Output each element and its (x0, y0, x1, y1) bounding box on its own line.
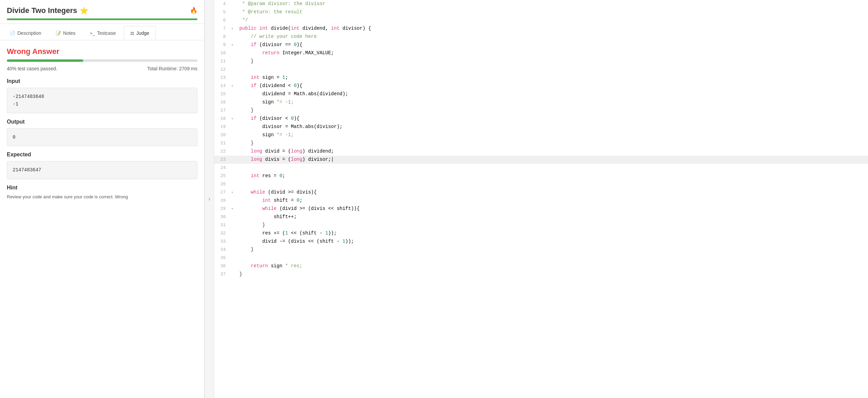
line-code (238, 164, 868, 172)
fold-gutter (231, 213, 238, 221)
line-code: } (238, 106, 868, 115)
hint-label: Hint (7, 185, 197, 191)
line-code: dividend = Math.abs(dividend); (238, 90, 868, 98)
fold-gutter (231, 246, 238, 254)
tab-judge[interactable]: ⚖ Judge (124, 26, 156, 40)
problem-title-text: Divide Two Integers (7, 6, 77, 15)
line-number: 16 (214, 98, 231, 106)
output-label: Output (7, 119, 197, 125)
code-line: 22 long divid = (long) dividend; (214, 147, 868, 156)
verdict-text: Wrong Answer (7, 47, 197, 56)
star-icon[interactable]: ⭐ (80, 6, 88, 15)
code-line: 14▾ if (dividend < 0){ (214, 82, 868, 90)
line-number: 18 (214, 115, 231, 123)
code-line: 36 return sign * res; (214, 262, 868, 270)
expected-label: Expected (7, 152, 197, 158)
line-code: int res = 0; (238, 172, 868, 180)
code-line: 11 } (214, 57, 868, 66)
stats-runtime: Total Runtime: 2709 ms (147, 66, 197, 71)
fold-gutter (231, 33, 238, 41)
line-number: 9 (214, 41, 231, 49)
test-progress-fill (7, 59, 83, 62)
code-line: 5 * @return: the result (214, 8, 868, 16)
line-code: divid -= (divis << (shift - 1)); (238, 238, 868, 246)
code-line: 10 return Integer.MAX_VALUE; (214, 49, 868, 57)
line-code: int shift = 0; (238, 197, 868, 205)
code-line: 16 sign *= -1; (214, 98, 868, 106)
tab-notes[interactable]: 📝 Notes (49, 26, 82, 40)
code-line: 20 sign *= -1; (214, 131, 868, 139)
line-code: if (divisor < 0){ (238, 115, 868, 123)
code-line: 21 } (214, 139, 868, 147)
line-code: int sign = 1; (238, 74, 868, 82)
line-number: 22 (214, 147, 231, 156)
divider-arrow-icon: › (208, 196, 210, 202)
problem-header: Divide Two Integers ⭐ 🔥 (0, 0, 204, 24)
code-line: 33 divid -= (divis << (shift - 1)); (214, 238, 868, 246)
flame-icon: 🔥 (190, 7, 197, 14)
description-icon: 📄 (10, 31, 15, 36)
code-line: 8 // write your code here (214, 33, 868, 41)
line-code: while (divid >= (divis << shift)){ (238, 205, 868, 213)
code-line: 23 long divis = (long) divisor;| (214, 156, 868, 164)
fold-gutter (231, 270, 238, 279)
code-line: 30 shift++; (214, 213, 868, 221)
fold-gutter (231, 8, 238, 16)
fold-gutter (231, 238, 238, 246)
code-line: 24 (214, 164, 868, 172)
line-code: * @return: the result (238, 8, 868, 16)
line-number: 28 (214, 197, 231, 205)
fold-gutter (231, 49, 238, 57)
line-number: 37 (214, 270, 231, 279)
tab-testcase[interactable]: >_ Testcase (84, 26, 122, 40)
testcase-icon: >_ (90, 31, 95, 36)
line-number: 21 (214, 139, 231, 147)
line-number: 12 (214, 66, 231, 74)
fold-gutter[interactable]: ▾ (231, 115, 238, 123)
tab-description[interactable]: 📄 Description (3, 26, 48, 40)
code-line: 27▾ while (divid >= divis){ (214, 188, 868, 197)
line-code (238, 254, 868, 262)
line-number: 19 (214, 123, 231, 131)
fold-gutter[interactable]: ▾ (231, 188, 238, 197)
tab-testcase-label: Testcase (97, 30, 116, 36)
line-number: 6 (214, 16, 231, 25)
fold-gutter[interactable]: ▾ (231, 41, 238, 49)
code-line: 18▾ if (divisor < 0){ (214, 115, 868, 123)
line-code: } (238, 57, 868, 66)
tab-description-label: Description (17, 30, 41, 36)
fold-gutter[interactable]: ▾ (231, 205, 238, 213)
fold-gutter (231, 172, 238, 180)
line-number: 33 (214, 238, 231, 246)
line-code: return sign * res; (238, 262, 868, 270)
code-line: 35 (214, 254, 868, 262)
line-number: 4 (214, 0, 231, 8)
code-line: 7▾public int divide(int dividend, int di… (214, 25, 868, 33)
code-line: 37} (214, 270, 868, 279)
fold-gutter (231, 16, 238, 25)
code-line: 28 int shift = 0; (214, 197, 868, 205)
tab-judge-label: Judge (136, 30, 149, 36)
stats-passed: 40% test cases passed. (7, 66, 57, 71)
expected-box: 2147483647 (7, 161, 197, 179)
line-number: 34 (214, 246, 231, 254)
fold-gutter[interactable]: ▾ (231, 25, 238, 33)
code-line: 26 (214, 180, 868, 188)
notes-icon: 📝 (56, 31, 61, 36)
fold-gutter (231, 180, 238, 188)
fold-gutter (231, 156, 238, 164)
code-editor[interactable]: 4 * @param divisor: the divisor5 * @retu… (214, 0, 868, 398)
line-number: 23 (214, 156, 231, 164)
line-number: 15 (214, 90, 231, 98)
fold-gutter[interactable]: ▾ (231, 82, 238, 90)
line-number: 13 (214, 74, 231, 82)
left-panel: Divide Two Integers ⭐ 🔥 📄 Description 📝 … (0, 0, 205, 398)
code-line: 17 } (214, 106, 868, 115)
fold-gutter (231, 147, 238, 156)
line-code (238, 180, 868, 188)
line-code: return Integer.MAX_VALUE; (238, 49, 868, 57)
line-code: long divid = (long) dividend; (238, 147, 868, 156)
fold-gutter (231, 57, 238, 66)
panel-divider[interactable]: › (205, 0, 214, 398)
fold-gutter (231, 254, 238, 262)
